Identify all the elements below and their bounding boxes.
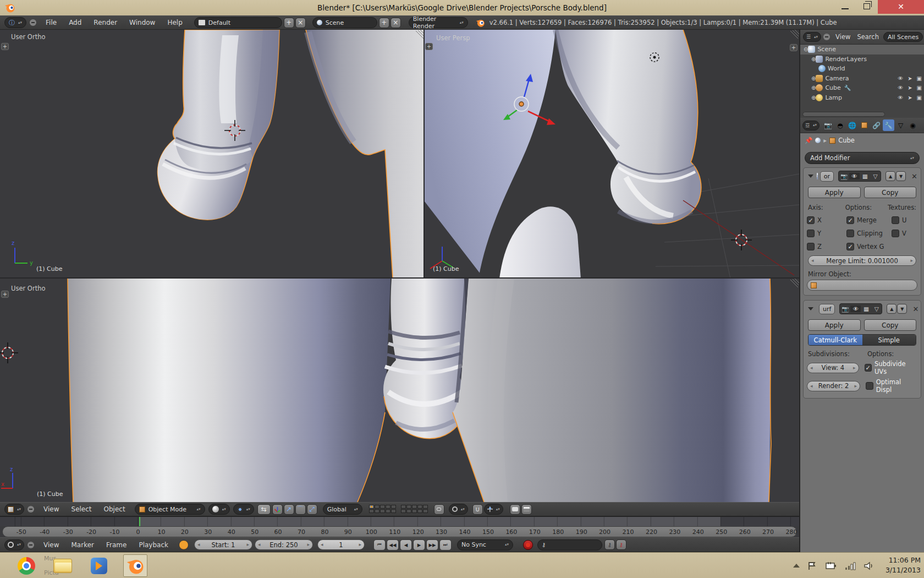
layer-cell[interactable] <box>391 509 396 513</box>
expand-icon[interactable]: ⊕ <box>811 75 816 81</box>
manipulator-toggle[interactable]: ⇆ <box>257 504 271 515</box>
mirror-modifier-header[interactable]: or 📷 👁 ▦ ▽ ▲▼ ✕ <box>807 170 917 182</box>
restore-button[interactable] <box>856 3 878 11</box>
sync-select[interactable]: No Sync▴▾ <box>457 539 513 550</box>
mirror-object-field[interactable] <box>807 280 917 291</box>
move-modifier-up-button[interactable]: ▲ <box>886 171 895 181</box>
edit-mode-icon[interactable]: ▦ <box>861 306 871 312</box>
expand-icon[interactable]: ⊕ <box>811 95 816 101</box>
mirror-axis-y-checkbox[interactable]: Y <box>807 227 846 240</box>
visibility-icon[interactable]: 👁 <box>898 95 903 101</box>
subsurf-modifier-header[interactable]: urf 📷 👁 ▦ ▽ ▲▼ ✕ <box>807 303 917 315</box>
apply-button[interactable]: Apply <box>808 187 861 198</box>
menu-help[interactable]: Help <box>161 19 188 26</box>
layer-cell[interactable] <box>412 505 417 509</box>
catmull-clark-button[interactable]: Catmull-Clark <box>809 335 862 345</box>
record-button[interactable] <box>523 540 533 550</box>
layer-cell[interactable] <box>391 505 396 509</box>
layer-cell[interactable] <box>406 505 411 509</box>
simple-button[interactable]: Simple <box>862 335 916 345</box>
apply-button[interactable]: Apply <box>808 319 861 331</box>
outliner-item-cube[interactable]: ⊕ Cube 🔧 👁 ➤ ▣ <box>800 83 924 93</box>
cage-icon[interactable]: ▽ <box>871 306 882 312</box>
layer-cell[interactable] <box>423 509 428 513</box>
taskbar-clock[interactable]: 11:06 PM 3/11/2013 <box>886 555 921 575</box>
screen-layout-field[interactable]: Default <box>194 17 282 28</box>
tab-render[interactable]: 📷 <box>822 119 834 131</box>
tab-object[interactable] <box>859 119 870 131</box>
layer-cell[interactable] <box>369 505 374 509</box>
collapse-triangle-icon[interactable] <box>808 175 813 178</box>
menu-view[interactable]: View <box>37 541 65 549</box>
menu-window[interactable]: Window <box>123 19 161 26</box>
manipulator-extra-button[interactable]: ⤢ <box>307 504 317 515</box>
taskbar-mediaplayer-button[interactable] <box>87 554 111 577</box>
visibility-icon[interactable]: 👁 <box>898 75 903 81</box>
render-animation-button[interactable] <box>521 504 532 515</box>
snap-toggle[interactable]: ∪ <box>472 504 483 515</box>
battery-icon[interactable] <box>825 561 837 571</box>
layer-cell[interactable] <box>380 505 385 509</box>
collapse-triangle-icon[interactable] <box>808 307 813 310</box>
mirror-merge-checkbox[interactable]: ✓Merge <box>846 214 892 227</box>
pin-icon[interactable]: 📌 <box>805 137 812 144</box>
collapse-menus-icon[interactable] <box>30 19 36 26</box>
render-engine-select[interactable]: Blender Render▴▾ <box>409 17 468 28</box>
lock-button[interactable] <box>434 504 444 515</box>
selectability-icon[interactable]: ➤ <box>908 95 912 101</box>
mirror-vertexgroups-checkbox[interactable]: ✓Vertex G <box>846 240 892 253</box>
selectability-icon[interactable]: ➤ <box>908 75 912 81</box>
tab-modifiers[interactable]: 🔧 <box>883 119 894 131</box>
move-modifier-down-button[interactable]: ▼ <box>897 304 907 314</box>
rotate-manipulator-button[interactable]: ↗ <box>284 504 294 515</box>
close-button[interactable]: ✕ <box>878 0 924 14</box>
expand-icon[interactable]: ⊕ <box>811 56 816 62</box>
outliner-item-camera[interactable]: ⊕ Camera 👁 ➤ ▣ <box>800 74 924 84</box>
start-frame-field[interactable]: ◂Start: 1▸ <box>194 539 252 550</box>
clock-icon[interactable] <box>179 540 189 550</box>
minimize-button[interactable] <box>834 3 856 11</box>
orientation-select[interactable]: Global▴▾ <box>323 504 362 515</box>
network-signal-icon[interactable] <box>845 561 856 571</box>
scale-manipulator-button[interactable]: ⌒ <box>295 504 306 515</box>
selectability-icon[interactable]: ➤ <box>908 85 912 91</box>
expand-icon[interactable]: ⊕ <box>811 85 816 91</box>
render-visibility-icon[interactable]: 📷 <box>840 306 850 313</box>
menu-object[interactable]: Object <box>98 505 131 513</box>
viewport-bottom[interactable]: User Ortho (1) Cube z x + <box>0 279 799 502</box>
layer-cell[interactable] <box>401 505 406 509</box>
delete-modifier-button[interactable]: ✕ <box>911 172 917 181</box>
editor-type-button[interactable]: ▴▾ <box>4 504 24 515</box>
proportional-edit-select[interactable]: ▴▾ <box>449 504 468 515</box>
modifier-display-toggles[interactable]: 📷 👁 ▦ ▽ <box>838 171 881 182</box>
render-opengl-button[interactable] <box>510 504 520 515</box>
mirror-texture-u-checkbox[interactable]: U <box>892 214 906 227</box>
mirror-texture-v-checkbox[interactable]: V <box>892 227 906 240</box>
layer-cell[interactable] <box>423 505 428 509</box>
layer-cell[interactable] <box>406 509 411 513</box>
display-filter-select[interactable]: All Scenes <box>883 32 923 42</box>
layer-cell[interactable] <box>417 505 422 509</box>
taskbar-blender-button[interactable] <box>123 554 147 577</box>
collapse-menus-icon[interactable] <box>28 506 34 512</box>
editor-type-button[interactable]: ☲▴▾ <box>802 121 820 130</box>
layer-cell[interactable] <box>375 505 380 509</box>
tray-expand-icon[interactable] <box>793 564 800 568</box>
next-keyframe-button[interactable]: ▶▶ <box>426 539 438 550</box>
mirror-axis-z-checkbox[interactable]: Z <box>807 240 846 253</box>
insert-keyframe-button[interactable]: ⚷ <box>604 539 615 550</box>
add-modifier-select[interactable]: Add Modifier ▴▾ <box>805 152 920 164</box>
scene-field[interactable]: Scene <box>312 17 377 28</box>
timeline-ruler[interactable]: -50-40-30-20-100102030405060708090100110… <box>2 526 797 537</box>
tab-material[interactable]: ◉ <box>907 119 919 131</box>
editor-type-button[interactable]: ⓘ▴▾ <box>4 17 26 28</box>
add-layout-button[interactable]: + <box>284 18 294 28</box>
editor-type-button[interactable]: ☰▴▾ <box>803 32 821 42</box>
region-expand-button[interactable]: + <box>1 291 9 298</box>
modifier-name-field[interactable]: urf <box>819 304 835 314</box>
modifier-display-toggles[interactable]: 📷 👁 ▦ ▽ <box>839 303 882 314</box>
view-subdivisions-slider[interactable]: ◂View: 4▸ <box>807 363 859 373</box>
move-modifier-up-button[interactable]: ▲ <box>887 304 897 314</box>
outliner-scrollbar[interactable] <box>802 112 885 117</box>
tab-data[interactable]: ▽ <box>895 119 906 131</box>
